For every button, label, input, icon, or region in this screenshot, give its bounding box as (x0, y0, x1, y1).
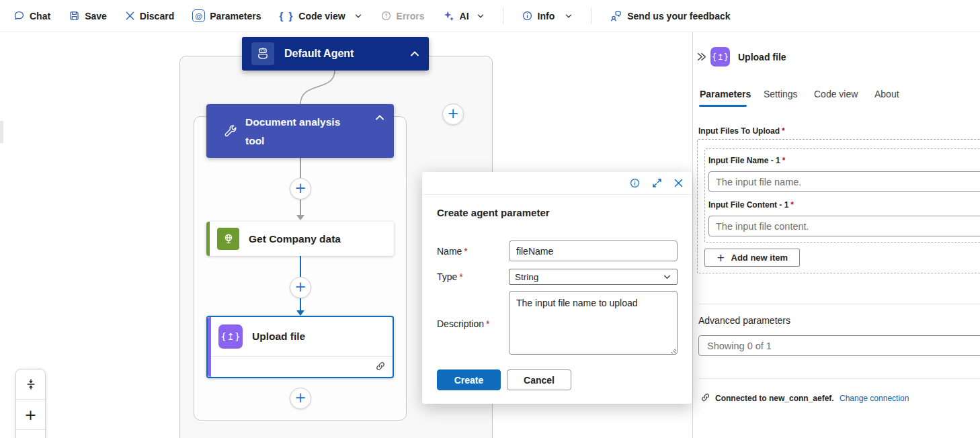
info-button[interactable]: Info (522, 10, 573, 21)
insert-step-button[interactable]: + (290, 178, 311, 200)
parameters-icon: @ (192, 9, 205, 22)
arrowhead (296, 310, 304, 316)
insert-step-button[interactable]: + (290, 277, 311, 298)
type-value: String (515, 272, 538, 282)
code-view-label: Code view (298, 11, 345, 21)
plus-icon: + (717, 252, 725, 264)
parameters-label: Parameters (210, 11, 261, 21)
save-label: Save (85, 11, 107, 21)
description-field[interactable]: The input file name to upload (509, 291, 678, 355)
person-feedback-icon (610, 9, 622, 22)
code-view-button[interactable]: { } Code view (279, 10, 362, 21)
zoom-in-button[interactable]: + (16, 400, 45, 430)
dialog-header (422, 172, 692, 195)
chat-label: Chat (30, 11, 50, 21)
input-files-label: Input Files To Upload* (698, 126, 785, 136)
divider (698, 304, 980, 304)
chevron-down-icon (354, 12, 362, 20)
fit-to-screen-button[interactable] (16, 369, 45, 400)
panel-title: Upload file (738, 52, 786, 62)
connector-line (300, 256, 301, 277)
info-circle-icon (522, 10, 533, 21)
add-tool-button[interactable]: + (442, 103, 464, 125)
node-document-analysis-tool[interactable]: Document analysis tool (206, 104, 394, 158)
name-label: Name* (437, 246, 468, 257)
parameters-button[interactable]: @ Parameters (192, 9, 261, 22)
ai-button[interactable]: AI (443, 10, 485, 22)
node-label: Get Company data (249, 233, 341, 245)
chevron-down-icon (663, 273, 671, 281)
left-panel-handle[interactable] (0, 121, 3, 143)
add-new-item-button[interactable]: + Add new item (704, 249, 800, 267)
code-braces-icon: { } (279, 10, 294, 21)
save-button[interactable]: Save (69, 10, 107, 21)
node-accent (206, 222, 210, 256)
connection-status: Connected to new_conn_aefef. (715, 394, 834, 403)
cancel-button[interactable]: Cancel (507, 369, 571, 390)
type-label: Type* (437, 271, 463, 282)
create-agent-parameter-dialog: Create agent parameter Name* Type* Strin… (422, 172, 692, 404)
action-details-panel: {↥} Upload file Parameters Settings Code… (692, 32, 980, 438)
connector-line (300, 298, 301, 310)
fit-to-screen-icon (24, 378, 38, 391)
connection-link-icon[interactable] (375, 361, 386, 371)
change-connection-link[interactable]: Change connection (840, 394, 909, 403)
advanced-parameters-label: Advanced parameters (698, 315, 790, 326)
type-dropdown[interactable]: String (509, 269, 678, 285)
advanced-parameters-value: Showing 0 of 1 (707, 341, 772, 351)
toolbar-divider (503, 7, 503, 24)
top-toolbar: Chat Save Discard @ Parameters { } Code … (0, 0, 980, 32)
node-label: Upload file (252, 331, 305, 343)
connector-line (300, 200, 301, 215)
feedback-button[interactable]: Send us your feedback (610, 9, 730, 22)
errors-label: Errors (397, 11, 425, 21)
description-label: Description* (437, 318, 489, 329)
upload-braces-icon: {↥} (710, 47, 730, 67)
error-circle-icon (380, 10, 392, 21)
create-button[interactable]: Create (437, 369, 501, 390)
tab-about[interactable]: About (874, 89, 899, 99)
chevron-down-icon (565, 12, 573, 20)
wrench-icon (222, 124, 239, 140)
zoom-out-button[interactable] (16, 430, 45, 438)
node-upload-file[interactable]: {↥} Upload file (206, 316, 394, 378)
connection-link-icon (700, 392, 710, 402)
node-label: Default Agent (284, 48, 410, 60)
chevron-up-icon[interactable] (410, 50, 419, 57)
chevron-down-icon (477, 12, 485, 20)
upload-braces-icon: {↥} (218, 324, 243, 349)
node-accent (208, 317, 211, 377)
chevron-up-icon[interactable] (375, 114, 384, 121)
close-icon[interactable] (673, 178, 684, 188)
tab-parameters[interactable]: Parameters (700, 89, 751, 99)
tab-code-view[interactable]: Code view (814, 89, 858, 99)
zoom-in-icon: + (24, 406, 36, 423)
active-tab-indicator (699, 105, 747, 107)
advanced-parameters-dropdown[interactable]: Showing 0 of 1 (698, 335, 980, 356)
node-label: Document analysis tool (245, 113, 356, 150)
node-default-agent[interactable]: Default Agent (242, 37, 429, 71)
discard-button[interactable]: Discard (125, 11, 174, 21)
info-icon[interactable] (629, 177, 641, 189)
node-get-company-data[interactable]: Get Company data (206, 222, 394, 256)
errors-button: Errors (380, 10, 425, 21)
dialog-title: Create agent parameter (437, 207, 550, 218)
file-content-label: Input File Content - 1* (708, 200, 794, 210)
save-icon (69, 10, 80, 21)
file-name-input[interactable] (708, 171, 980, 192)
ai-sparkle-icon (443, 10, 455, 22)
chat-button[interactable]: Chat (13, 10, 50, 21)
discard-label: Discard (140, 11, 174, 21)
globe-icon (217, 228, 239, 250)
collapse-panel-icon[interactable] (696, 51, 707, 62)
canvas-zoom-toolbar: + (15, 369, 46, 438)
expand-icon[interactable] (652, 178, 662, 188)
file-content-input[interactable] (708, 216, 980, 236)
tab-settings[interactable]: Settings (764, 89, 798, 99)
insert-step-button[interactable]: + (290, 388, 311, 409)
ai-label: AI (460, 11, 469, 21)
file-name-label: Input File Name - 1* (708, 156, 785, 165)
name-field[interactable] (509, 240, 678, 261)
arrowhead (296, 215, 304, 220)
divider (698, 378, 980, 379)
